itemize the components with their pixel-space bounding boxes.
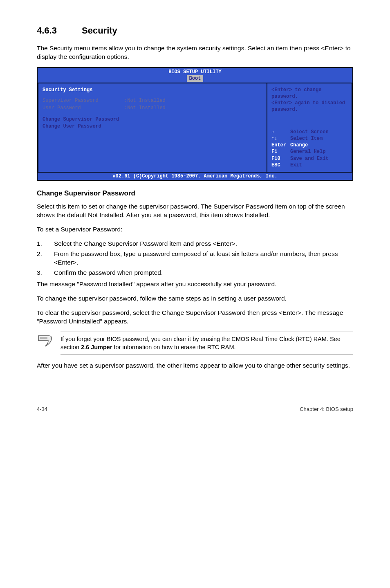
chapter-label: Chapter 4: BIOS setup: [300, 406, 353, 413]
steps-list: 1.Select the Change Supervisor Password …: [37, 240, 353, 277]
section-number: 4.6.3: [37, 25, 82, 37]
paragraph: After you have set a supervisor password…: [37, 361, 353, 370]
bios-item-change-supervisor: Change Supervisor Password: [43, 116, 262, 123]
list-item: 2.From the password box, type a password…: [37, 250, 353, 267]
bios-help-text: <Enter> to change password. <Enter> agai…: [271, 87, 347, 113]
step-text: Select the Change Supervisor Password it…: [54, 240, 353, 248]
paragraph: To change the supervisor password, follo…: [37, 294, 353, 303]
bios-nav-label: Select Item: [290, 136, 323, 141]
bios-right-panel: <Enter> to change password. <Enter> agai…: [267, 83, 352, 173]
bios-nav-key: Enter: [271, 142, 290, 148]
bios-row-supervisor: Supervisor Password:Not Installed: [43, 97, 262, 104]
bios-nav-line: ESCExit: [271, 162, 347, 168]
page-number: 4-34: [37, 406, 47, 413]
bios-nav-label: Exit: [290, 162, 302, 168]
list-item: 1.Select the Change Supervisor Password …: [37, 240, 353, 248]
arrow-ud-icon: ↑↓: [271, 135, 290, 142]
step-number: 3.: [37, 269, 54, 277]
list-item: 3.Confirm the password when prompted.: [37, 269, 353, 277]
bios-nav-block: ↔Select Screen ↑↓Select Item EnterChange…: [271, 129, 347, 168]
note-icon: [37, 332, 61, 350]
bios-nav-line: F10Save and Exit: [271, 155, 347, 162]
note-text: If you forget your BIOS password, you ca…: [61, 332, 353, 355]
bios-nav-key: ESC: [271, 162, 290, 168]
page-footer: 4-34 Chapter 4: BIOS setup: [37, 403, 353, 413]
intro-paragraph: The Security menu items allow you to cha…: [37, 44, 353, 61]
arrow-lr-icon: ↔: [271, 129, 290, 135]
bios-nav-line: F1General Help: [271, 148, 347, 155]
bios-nav-key: F10: [271, 155, 290, 162]
section-heading: 4.6.3Security: [37, 25, 353, 37]
bios-row-user: User Password:Not Installed: [43, 105, 262, 111]
bios-row-label: Supervisor Password: [43, 97, 124, 104]
paragraph: The message "Password Installed" appears…: [37, 280, 353, 289]
bios-tab-boot: Boot: [187, 75, 204, 82]
step-text: From the password box, type a password c…: [54, 250, 353, 267]
section-title: Security: [82, 25, 117, 36]
note-text-after: for information on how to erase the RTC …: [112, 344, 236, 350]
paragraph: Select this item to set or change the su…: [37, 202, 353, 220]
bios-nav-line: EnterChange: [271, 142, 347, 148]
bios-title: BIOS SETUP UTILITY: [38, 68, 352, 75]
bios-item-change-user: Change User Password: [43, 123, 262, 130]
bios-nav-label: Change: [290, 142, 308, 148]
step-number: 2.: [37, 250, 54, 267]
subheading-change-supervisor: Change Supervisor Password: [37, 189, 353, 198]
bios-footer: v02.61 (C)Copyright 1985-2007, American …: [38, 173, 352, 180]
bios-row-label: User Password: [43, 105, 124, 111]
step-text: Confirm the password when prompted.: [54, 269, 353, 277]
bios-nav-key: F1: [271, 148, 290, 155]
paragraph: To clear the supervisor password, select…: [37, 309, 353, 326]
note-bold: 2.6 Jumper: [81, 344, 112, 350]
bios-screenshot: BIOS SETUP UTILITY Boot Security Setting…: [37, 67, 353, 181]
bios-nav-label: Select Screen: [290, 129, 329, 135]
bios-row-value: :Not Installed: [124, 105, 166, 111]
step-number: 1.: [37, 240, 54, 248]
bios-tab-row: Boot: [38, 75, 352, 83]
paragraph: To set a Supervisor Password:: [37, 225, 353, 234]
bios-left-heading: Security Settings: [43, 87, 262, 93]
bios-nav-label: General Help: [290, 149, 325, 155]
bios-nav-line: ↑↓Select Item: [271, 135, 347, 142]
bios-nav-label: Save and Exit: [290, 156, 329, 162]
bios-help-line: <Enter> again to disabled password.: [271, 100, 347, 113]
bios-left-panel: Security Settings Supervisor Password:No…: [38, 83, 267, 173]
bios-row-value: :Not Installed: [124, 98, 166, 103]
bios-help-line: <Enter> to change password.: [271, 87, 347, 100]
bios-nav-line: ↔Select Screen: [271, 129, 347, 135]
note-block: If you forget your BIOS password, you ca…: [37, 332, 353, 355]
